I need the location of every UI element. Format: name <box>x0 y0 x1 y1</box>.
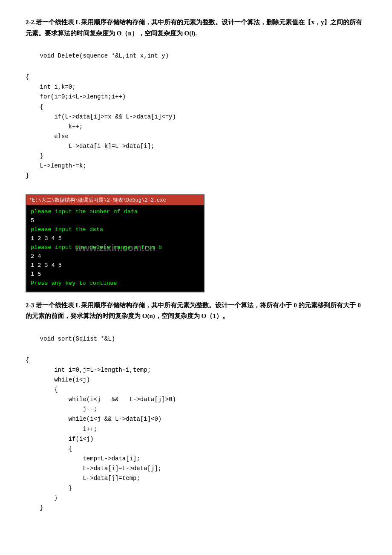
code-body-2: { int i=0,j=L->length-1,temp; while(i<j)… <box>26 356 366 513</box>
terminal-titlebar: *E:\大二\数据结构\做课后习题\2-链表\Debug\2-2.exe <box>26 195 204 205</box>
terminal-body: please input the number of data5please i… <box>26 205 204 291</box>
code-body-1: { int i,k=0; for(i=0;i<L->length;i++) { … <box>26 72 366 181</box>
code-function-sig-2: void sort(Sqlist *&L) <box>26 324 366 354</box>
code-function-sig-1: void Delete(squence *&L,int x,int y) <box>26 41 366 71</box>
section-2-2: 2-2.若一个线性表 L 采用顺序存储结构存储，其中所有的元素为整数。设计一个算… <box>26 17 366 181</box>
section-2-3-title: 2-3 若一个线性表 L 采用顺序存储结构存储，其中所有元素为整数。设计一个算法… <box>26 300 366 322</box>
section-2-3: 2-3 若一个线性表 L 采用顺序存储结构存储，其中所有元素为整数。设计一个算法… <box>26 300 366 513</box>
section-2-2-title: 2-2.若一个线性表 L 采用顺序存储结构存储，其中所有的元素为整数。设计一个算… <box>26 17 366 39</box>
terminal-window: *E:\大二\数据结构\做课后习题\2-链表\Debug\2-2.exe ple… <box>26 194 205 292</box>
